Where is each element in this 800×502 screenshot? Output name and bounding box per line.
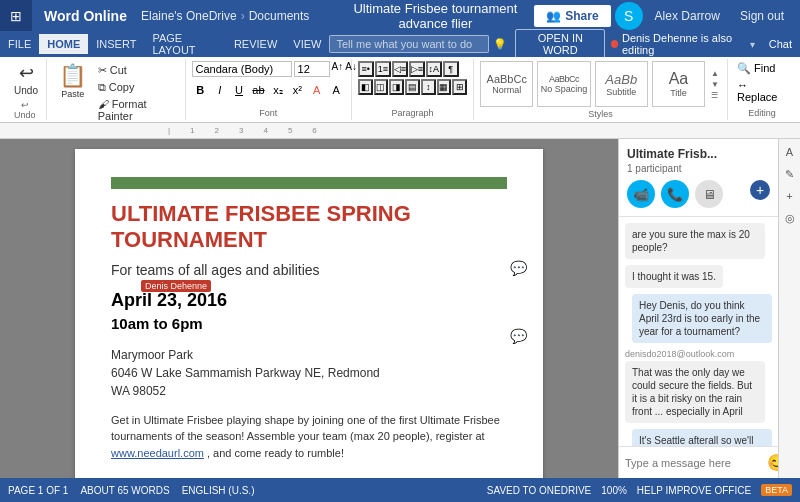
style-normal[interactable]: AaBbCc Normal bbox=[480, 61, 533, 107]
comment-icon-2[interactable]: 💬 bbox=[510, 328, 527, 344]
styles-gallery: AaBbCc Normal AaBbCc No Spacing AaBb Sub… bbox=[480, 61, 721, 107]
chat-actions: 📹 📞 🖥 + bbox=[627, 180, 770, 208]
replace-button[interactable]: ↔ Replace bbox=[734, 78, 790, 104]
doc-time: 10am to 6pm bbox=[111, 315, 507, 332]
right-btn-3[interactable]: + bbox=[781, 187, 799, 205]
menu-file[interactable]: FILE bbox=[0, 34, 39, 54]
font-color-button[interactable]: A bbox=[308, 81, 325, 99]
co-editing-dot bbox=[611, 40, 618, 48]
undo-button[interactable]: ↩ Undo bbox=[10, 61, 42, 98]
add-participant-button[interactable]: + bbox=[750, 180, 770, 200]
font-grow-button[interactable]: A↑ bbox=[332, 61, 344, 77]
styles-more-button[interactable]: ▲ ▼ ☰ bbox=[709, 67, 721, 102]
page-count: PAGE 1 OF 1 bbox=[8, 485, 68, 496]
skype-button[interactable]: S bbox=[615, 2, 643, 30]
share-button[interactable]: 👥 Share bbox=[534, 5, 610, 27]
message-sender: denisdo2018@outlook.com bbox=[625, 349, 772, 359]
tell-me-area: 💡 bbox=[329, 35, 507, 53]
paragraph-group: ≡• 1≡ ◁≡ ▷≡ ↕A ¶ ◧ ◫ ◨ ▤ ↕ ▦ ⊞ Paragraph bbox=[352, 59, 474, 120]
video-call-button[interactable]: 📹 bbox=[627, 180, 655, 208]
editing-group: 🔍 Find ↔ Replace Editing bbox=[728, 59, 796, 120]
menu-review[interactable]: REVIEW bbox=[226, 34, 285, 54]
menu-insert[interactable]: INSERT bbox=[88, 34, 144, 54]
waffle-icon[interactable]: ⊞ bbox=[0, 0, 32, 31]
documents-link[interactable]: Documents bbox=[247, 9, 312, 23]
right-panel: A ✎ + ◎ bbox=[778, 139, 800, 478]
justify-button[interactable]: ▤ bbox=[405, 79, 420, 95]
bold-button[interactable]: B bbox=[192, 81, 209, 99]
numbering-button[interactable]: 1≡ bbox=[375, 61, 391, 77]
open-in-word-button[interactable]: OPEN IN WORD bbox=[515, 29, 605, 59]
undo-icon: ↩ bbox=[19, 63, 34, 85]
doc-location: Marymoor Park 6046 W Lake Sammamish Park… bbox=[111, 346, 507, 400]
highlight-button[interactable]: A bbox=[327, 81, 344, 99]
chat-message-input[interactable] bbox=[625, 457, 763, 469]
signout-button[interactable]: Sign out bbox=[732, 5, 792, 27]
font-size-input[interactable] bbox=[294, 61, 330, 77]
share-icon: 👥 bbox=[546, 9, 561, 23]
line-spacing-button[interactable]: ↕ bbox=[421, 79, 436, 95]
doc-main-title: ULTIMATE FRISBEE SPRING TOURNAMENT bbox=[111, 201, 507, 254]
chat-message-1: are you sure the max is 20 people? bbox=[625, 223, 772, 259]
tell-me-input[interactable] bbox=[329, 35, 489, 53]
align-right-button[interactable]: ◨ bbox=[389, 79, 404, 95]
menu-page-layout[interactable]: PAGE LAYOUT bbox=[144, 28, 226, 60]
style-title[interactable]: Aa Title bbox=[652, 61, 705, 107]
onedrive-link[interactable]: Elaine's OneDrive bbox=[139, 9, 239, 23]
align-left-button[interactable]: ◧ bbox=[358, 79, 373, 95]
align-center-button[interactable]: ◫ bbox=[374, 79, 389, 95]
user-name[interactable]: Alex Darrow bbox=[647, 5, 728, 27]
right-btn-2[interactable]: ✎ bbox=[781, 165, 799, 183]
voice-call-button[interactable]: 📞 bbox=[661, 180, 689, 208]
paste-button[interactable]: 📋 Paste bbox=[53, 61, 93, 101]
undo-group: ↩ Undo ↩ Undo bbox=[4, 59, 47, 120]
ruler: |1 23 45 6 bbox=[0, 123, 800, 139]
style-subtitle[interactable]: AaBb Subtitle bbox=[595, 61, 648, 107]
doc-date: April 23, 2016 bbox=[111, 290, 227, 311]
chat-button[interactable]: Chat bbox=[761, 34, 800, 54]
chat-message-2: I thought it was 15. bbox=[625, 265, 772, 288]
status-left: PAGE 1 OF 1 ABOUT 65 WORDS ENGLISH (U.S.… bbox=[8, 485, 254, 496]
sort-button[interactable]: ↕A bbox=[426, 61, 442, 77]
strikethrough-button[interactable]: ab bbox=[250, 81, 267, 99]
subscript-button[interactable]: x₂ bbox=[269, 81, 286, 99]
italic-button[interactable]: I bbox=[211, 81, 228, 99]
shading-button[interactable]: ▦ bbox=[437, 79, 452, 95]
co-editing-label: Denis Dehenne is also editing bbox=[622, 32, 746, 56]
indent-increase-button[interactable]: ▷≡ bbox=[409, 61, 425, 77]
doc-link[interactable]: www.needaurl.com bbox=[111, 447, 204, 459]
chat-input-area: 😊 📎 bbox=[619, 446, 778, 478]
clipboard-group: 📋 Paste ✂ Cut ⧉ Copy 🖌 Format Painter Cl… bbox=[47, 59, 186, 120]
font-group-label: Font bbox=[192, 106, 345, 118]
date-container: Denis Dehenne April 23, 2016 bbox=[111, 290, 227, 315]
document-page[interactable]: ULTIMATE FRISBEE SPRING TOURNAMENT For t… bbox=[75, 149, 543, 478]
comment-icon-1[interactable]: 💬 bbox=[510, 260, 527, 276]
message-bubble: are you sure the max is 20 people? bbox=[625, 223, 765, 259]
menu-view[interactable]: VIEW bbox=[285, 34, 329, 54]
styles-group-label: Styles bbox=[480, 107, 721, 119]
style-no-spacing[interactable]: AaBbCc No Spacing bbox=[537, 61, 590, 107]
font-group: A↑ A↓ B I U ab x₂ x² A A Font bbox=[186, 59, 352, 120]
indent-decrease-button[interactable]: ◁≡ bbox=[392, 61, 408, 77]
cut-button[interactable]: ✂ Cut bbox=[94, 63, 179, 78]
right-btn-4[interactable]: ◎ bbox=[781, 209, 799, 227]
borders-button[interactable]: ⊞ bbox=[452, 79, 467, 95]
find-button[interactable]: 🔍 Find bbox=[734, 61, 790, 76]
language: ENGLISH (U.S.) bbox=[182, 485, 255, 496]
save-status: SAVED TO ONEDRIVE bbox=[487, 485, 591, 496]
screen-share-button[interactable]: 🖥 bbox=[695, 180, 723, 208]
improve-office[interactable]: HELP IMPROVE OFFICE bbox=[637, 485, 751, 496]
superscript-button[interactable]: x² bbox=[289, 81, 306, 99]
bullets-button[interactable]: ≡• bbox=[358, 61, 374, 77]
format-painter-button[interactable]: 🖌 Format Painter bbox=[94, 97, 179, 123]
font-family-select[interactable] bbox=[192, 61, 292, 77]
document-area: ULTIMATE FRISBEE SPRING TOURNAMENT For t… bbox=[0, 139, 618, 478]
underline-button[interactable]: U bbox=[230, 81, 247, 99]
breadcrumb: Elaine's OneDrive › Documents bbox=[139, 9, 337, 23]
menu-home[interactable]: HOME bbox=[39, 34, 88, 54]
app-name: Word Online bbox=[32, 8, 139, 24]
paste-icon: 📋 bbox=[59, 63, 86, 89]
copy-button[interactable]: ⧉ Copy bbox=[94, 80, 179, 95]
right-btn-1[interactable]: A bbox=[781, 143, 799, 161]
show-formatting-button[interactable]: ¶ bbox=[443, 61, 459, 77]
